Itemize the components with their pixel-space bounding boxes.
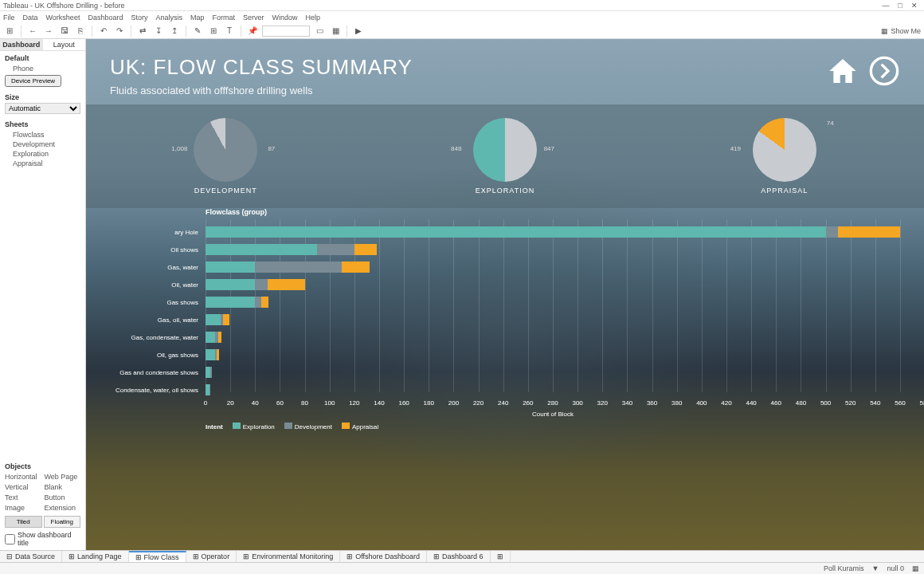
sheet-exploration[interactable]: Exploration [5,149,80,159]
sheet-tab-dashboard-6[interactable]: ⊞Dashboard 6 [427,551,491,562]
menu-file[interactable]: File [3,14,15,22]
legend-appraisal[interactable]: Appraisal [342,423,378,431]
sheet-tab-offshore-dashboard[interactable]: ⊞Offshore Dashboard [340,551,427,562]
home-icon[interactable] [827,55,859,87]
tab-layout[interactable]: Layout [43,39,86,50]
sheet-development[interactable]: Development [5,140,80,149]
legend-exploration[interactable]: Exploration [233,423,275,431]
bar-row[interactable]: Oil, gas shows [206,347,900,363]
bar-row[interactable]: Gas, water [206,259,900,275]
show-title-input[interactable] [5,534,15,545]
bar-segment-exploration[interactable] [206,332,215,343]
bar-row[interactable]: Condensate, water, oil shows [206,382,900,398]
object-web-page[interactable]: Web Page [45,472,81,482]
bar-row[interactable]: Gas, condensate, water [206,329,900,345]
cards-icon[interactable]: ▦ [329,25,342,37]
object-button[interactable]: Button [45,493,81,502]
show-me-button[interactable]: ▦ Show Me [881,27,921,35]
pie-appraisal[interactable]: 41974APPRAISAL [753,118,816,195]
bar-segment-exploration[interactable] [206,279,255,290]
legend-development[interactable]: Development [284,423,332,431]
tableau-logo-icon[interactable]: ⊞ [3,25,16,37]
object-text[interactable]: Text [5,493,41,502]
labels-icon[interactable]: T [223,25,236,37]
menu-window[interactable]: Window [272,14,298,22]
device-type[interactable]: Phone [5,64,80,73]
forward-icon[interactable]: → [42,25,55,37]
new-worksheet-button[interactable]: ⊞ [491,551,511,562]
redo-icon[interactable]: ↷ [113,25,126,37]
bar-segment-appraisal[interactable] [342,261,369,273]
sort-asc-icon[interactable]: ↧ [152,25,165,37]
menu-data[interactable]: Data [23,14,38,22]
status-grid-icon[interactable]: ▦ [912,564,919,572]
bar-segment-exploration[interactable] [206,349,215,360]
status-user[interactable]: Poll Kuramis [824,564,864,572]
sort-desc-icon[interactable]: ↥ [168,25,181,37]
save-icon[interactable]: 🖫 [58,25,71,37]
fit-dropdown-icon[interactable]: ▭ [313,25,326,37]
bar-segment-exploration[interactable] [206,297,255,308]
sheet-flowclass[interactable]: Flowclass [5,130,80,140]
menu-help[interactable]: Help [306,14,321,22]
menu-analysis[interactable]: Analysis [155,14,182,22]
maximize-button[interactable]: □ [894,2,906,10]
minimize-button[interactable]: — [879,2,892,10]
highlight-icon[interactable]: ✎ [191,25,204,37]
back-icon[interactable]: ← [26,25,39,37]
menu-server[interactable]: Server [243,14,264,22]
object-blank[interactable]: Blank [45,482,81,492]
show-title-checkbox[interactable]: Show dashboard title [5,531,80,547]
menu-dashboard[interactable]: Dashboard [88,14,123,22]
bar-segment-exploration[interactable] [206,244,317,255]
bar-segment-appraisal[interactable] [354,244,377,255]
sheet-tab-environmental-monitoring[interactable]: ⊞Environmental Monitoring [237,551,340,562]
pie-development[interactable]: 1,00887DEVELOPMENT [194,118,257,195]
bar-segment-development[interactable] [255,261,342,273]
floating-button[interactable]: Floating [44,516,81,528]
menu-map[interactable]: Map [190,14,205,22]
bar-segment-exploration[interactable] [206,261,255,273]
tab-dashboard[interactable]: Dashboard [0,39,43,50]
menu-worksheet[interactable]: Worksheet [46,14,80,22]
bar-row[interactable]: ary Hole [206,224,900,240]
close-button[interactable]: ✕ [908,2,921,10]
bar-row[interactable]: Gas, oil, water [206,312,900,328]
bar-segment-development[interactable] [255,297,261,308]
bar-segment-development[interactable] [317,244,354,255]
swap-icon[interactable]: ⇄ [136,25,149,37]
sheet-tab-flow-class[interactable]: ⊞Flow Class [129,551,186,562]
bar-segment-development[interactable] [255,279,268,290]
group-icon[interactable]: ⊞ [207,25,220,37]
device-preview-button[interactable]: Device Preview [5,75,61,87]
sheet-appraisal[interactable]: Appraisal [5,159,80,168]
object-horizontal[interactable]: Horizontal [5,472,41,482]
bar-segment-appraisal[interactable] [223,314,229,325]
undo-icon[interactable]: ↶ [97,25,110,37]
bar-segment-exploration[interactable] [206,226,826,238]
pin-icon[interactable]: 📌 [246,25,259,37]
bar-segment-appraisal[interactable] [838,226,900,238]
bar-segment-development[interactable] [210,367,212,378]
bar-row[interactable]: Oil, water [206,277,900,293]
sheet-tab-landing-page[interactable]: ⊞Landing Page [62,551,129,562]
bar-segment-appraisal[interactable] [218,332,222,343]
toolbar-search-input[interactable] [262,26,310,37]
menu-story[interactable]: Story [131,14,147,22]
bar-segment-exploration[interactable] [206,314,221,325]
bar-row[interactable]: Oil shows [206,242,900,258]
presentation-icon[interactable]: ▶ [352,25,365,37]
bar-segment-development[interactable] [209,384,211,395]
object-extension[interactable]: Extension [45,503,81,513]
bar-row[interactable]: Gas shows [206,294,900,310]
tiled-button[interactable]: Tiled [5,516,42,528]
bar-segment-development[interactable] [826,226,839,238]
sheet-tab-data-source[interactable]: ⊟Data Source [0,551,62,562]
size-select[interactable]: Automatic [5,103,80,114]
bar-segment-appraisal[interactable] [268,279,305,290]
sheet-tab-operator[interactable]: ⊞Operator [186,551,237,562]
object-vertical[interactable]: Vertical [5,482,41,492]
object-image[interactable]: Image [5,503,41,513]
pie-exploration[interactable]: 848847EXPLORATION [473,118,537,195]
next-arrow-icon[interactable] [868,55,900,87]
